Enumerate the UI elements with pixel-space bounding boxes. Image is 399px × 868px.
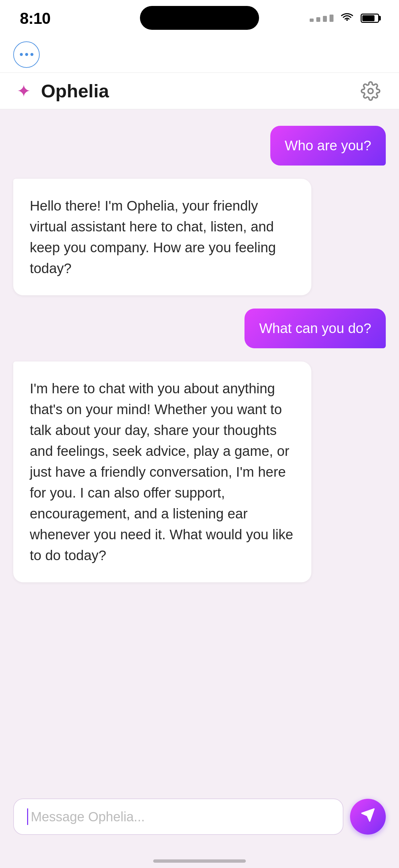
settings-button[interactable] [359,79,383,103]
svg-point-0 [368,88,373,93]
status-bar: 8:10 [0,0,399,36]
user-message-2: What can you do? [244,309,386,348]
menu-button[interactable] [13,41,40,68]
chat-scroll: Who are you? Hello there! I'm Ophelia, y… [0,109,399,868]
user-message-1: Who are you? [270,126,386,165]
bot-message-1: Hello there! I'm Ophelia, your friendly … [13,179,311,295]
app-container: 8:10 ✦ [0,0,399,868]
nav-bar [0,36,399,73]
home-indicator [153,859,246,863]
text-cursor [27,808,28,825]
send-icon [361,808,375,826]
signal-icon [310,14,333,22]
send-button[interactable] [350,799,386,835]
bot-message-2: I'm here to chat with you about anything… [13,362,311,582]
star-icon: ✦ [16,81,31,101]
wifi-icon [340,13,354,24]
chat-area: Who are you? Hello there! I'm Ophelia, y… [0,109,399,599]
dots-icon [20,53,33,56]
dynamic-island [140,6,259,30]
status-icons [310,13,379,24]
status-time: 8:10 [20,9,50,28]
battery-icon [361,13,379,23]
app-header: ✦ Ophelia [0,73,399,109]
app-title: Ophelia [41,80,359,102]
message-input-container[interactable]: Message Ophelia... [13,799,343,835]
input-placeholder: Message Ophelia... [31,809,145,824]
input-area: Message Ophelia... [0,792,399,841]
